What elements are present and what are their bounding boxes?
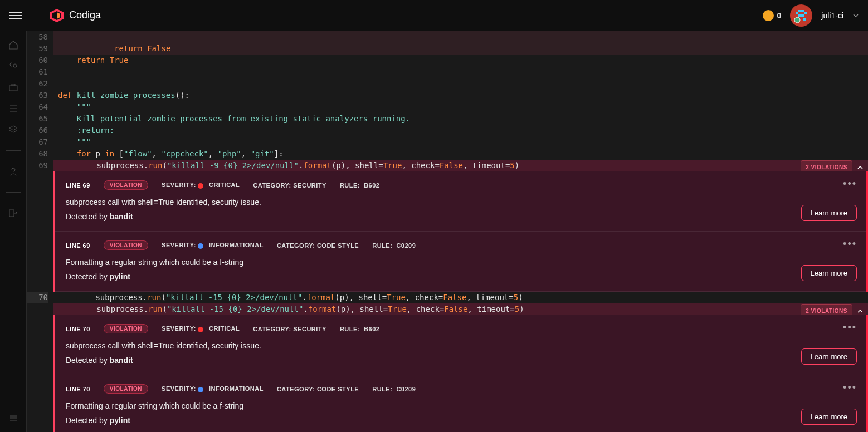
svg-marker-17 xyxy=(9,126,17,130)
lines-icon[interactable] xyxy=(8,413,18,423)
code-line: return False xyxy=(53,43,868,55)
code-line: return True xyxy=(53,55,868,66)
severity-dot-icon xyxy=(198,243,203,249)
violation-message: subprocess call with shell=True identifi… xyxy=(66,198,857,207)
severity-dot-icon xyxy=(198,327,203,332)
briefcase-icon[interactable] xyxy=(8,82,18,92)
svg-rect-12 xyxy=(9,86,17,91)
code-line: subprocess.run("killall -15 {0} 2>/dev/n… xyxy=(53,303,868,315)
svg-rect-4 xyxy=(796,12,798,14)
avatar-pixel-icon xyxy=(793,8,809,23)
more-options-icon[interactable]: ••• xyxy=(843,382,857,394)
cookie-icon xyxy=(763,10,774,21)
learn-more-button[interactable]: Learn more xyxy=(801,205,857,221)
svg-rect-8 xyxy=(803,18,806,21)
code-line: subprocess.run("killall -15 {0} 2>/dev/n… xyxy=(53,292,868,303)
brand-logo[interactable]: Codiga xyxy=(49,8,101,23)
violation-badge: VIOLATION xyxy=(104,324,148,333)
violation-section: LINE 70VIOLATIONSEVERITY: CRITICALCATEGO… xyxy=(53,315,868,432)
points-count: 0 xyxy=(777,11,782,20)
line-number: 58 xyxy=(27,31,48,43)
svg-rect-13 xyxy=(12,84,15,86)
code-line: """ xyxy=(53,101,868,113)
learn-more-button[interactable]: Learn more xyxy=(801,348,857,365)
svg-rect-19 xyxy=(9,210,14,217)
code-line xyxy=(53,66,868,78)
code-line: def kill_zombie_processes(): xyxy=(53,90,868,101)
violation-badge: VIOLATION xyxy=(104,384,148,394)
violation-message: subprocess call with shell=True identifi… xyxy=(66,341,857,350)
category-label: CATEGORY: CODE STYLE xyxy=(277,242,359,249)
line-number: 61 xyxy=(27,66,48,78)
severity-label: SEVERITY: INFORMATIONAL xyxy=(162,242,264,248)
violation-line-tag: LINE 69 xyxy=(66,242,90,249)
code-line: """ xyxy=(53,136,868,148)
line-number: 70 xyxy=(27,292,48,303)
violation-line-tag: LINE 69 xyxy=(66,182,90,189)
brand-name: Codiga xyxy=(69,9,101,21)
rule-label: RULE: C0209 xyxy=(372,386,416,392)
violation-panel: LINE 69VIOLATIONSEVERITY: CRITICALCATEGO… xyxy=(55,171,868,232)
line-number xyxy=(27,303,48,315)
violation-detected-by: Detected by bandit xyxy=(66,356,857,365)
violation-detected-by: Detected by pylint xyxy=(66,416,857,425)
hamburger-menu-icon[interactable] xyxy=(9,9,22,22)
group-icon[interactable] xyxy=(8,61,18,71)
chevron-up-icon[interactable] xyxy=(857,164,864,171)
code-line: for p in ["flow", "cppcheck", "php", "gi… xyxy=(53,148,868,160)
line-number-gutter: 58596061626364656667686970 xyxy=(27,31,53,432)
svg-rect-6 xyxy=(798,14,804,17)
severity-label: SEVERITY: CRITICAL xyxy=(162,325,240,332)
violation-message: Formatting a regular string which could … xyxy=(66,401,857,410)
severity-label: SEVERITY: INFORMATIONAL xyxy=(162,385,264,392)
severity-dot-icon xyxy=(198,183,203,189)
app-header: Codiga 0 juli1-ci xyxy=(0,0,868,31)
line-number: 63 xyxy=(27,90,48,101)
user-name-label: juli1-ci xyxy=(821,11,843,20)
violation-line-tag: LINE 70 xyxy=(66,326,90,332)
chevron-down-icon[interactable] xyxy=(852,12,859,19)
code-line: subprocess.run("killall -9 {0} 2>/dev/nu… xyxy=(53,160,868,171)
user-avatar[interactable] xyxy=(790,4,812,27)
severity-dot-icon xyxy=(198,387,203,392)
svg-point-9 xyxy=(794,17,800,23)
svg-point-11 xyxy=(13,64,17,67)
code-line: Kill potential zombie processes from exi… xyxy=(53,113,868,125)
more-options-icon[interactable]: ••• xyxy=(843,238,857,250)
category-label: CATEGORY: SECURITY xyxy=(253,182,326,189)
violation-section: LINE 69VIOLATIONSEVERITY: CRITICALCATEGO… xyxy=(53,171,868,292)
logout-icon[interactable] xyxy=(8,208,18,218)
chevron-up-icon[interactable] xyxy=(857,308,864,315)
rule-label: RULE: C0209 xyxy=(372,242,416,249)
layers-icon[interactable] xyxy=(8,125,18,135)
violation-panel: LINE 70VIOLATIONSEVERITY: CRITICALCATEGO… xyxy=(55,315,868,375)
code-line xyxy=(53,78,868,90)
violation-panel: LINE 70VIOLATIONSEVERITY: INFORMATIONALC… xyxy=(55,375,868,432)
learn-more-button[interactable]: Learn more xyxy=(801,409,857,425)
more-options-icon[interactable]: ••• xyxy=(843,322,857,333)
rule-label: RULE: B602 xyxy=(340,182,380,189)
violation-detected-by: Detected by bandit xyxy=(66,212,857,221)
violation-badge: VIOLATION xyxy=(104,240,148,250)
codiga-logo-icon xyxy=(49,8,65,23)
svg-point-18 xyxy=(12,168,15,171)
line-number: 62 xyxy=(27,78,48,90)
violation-line-tag: LINE 70 xyxy=(66,386,90,392)
learn-more-button[interactable]: Learn more xyxy=(801,265,857,281)
side-navigation xyxy=(0,31,27,432)
more-options-icon[interactable]: ••• xyxy=(843,178,857,190)
violation-message: Formatting a regular string which could … xyxy=(66,258,857,267)
category-label: CATEGORY: CODE STYLE xyxy=(277,386,359,392)
severity-label: SEVERITY: CRITICAL xyxy=(162,181,240,188)
code-area: return False return Truedef kill_zombie_… xyxy=(53,31,868,432)
user-icon[interactable] xyxy=(8,166,18,176)
line-number: 68 xyxy=(27,148,48,160)
points-badge[interactable]: 0 xyxy=(763,10,782,21)
violation-detected-by: Detected by pylint xyxy=(66,272,857,281)
list-icon[interactable] xyxy=(8,104,18,114)
home-icon[interactable] xyxy=(8,40,18,50)
line-number: 65 xyxy=(27,113,48,125)
code-line xyxy=(53,31,868,43)
violation-badge: VIOLATION xyxy=(104,180,148,190)
sidebar-divider xyxy=(6,150,21,151)
